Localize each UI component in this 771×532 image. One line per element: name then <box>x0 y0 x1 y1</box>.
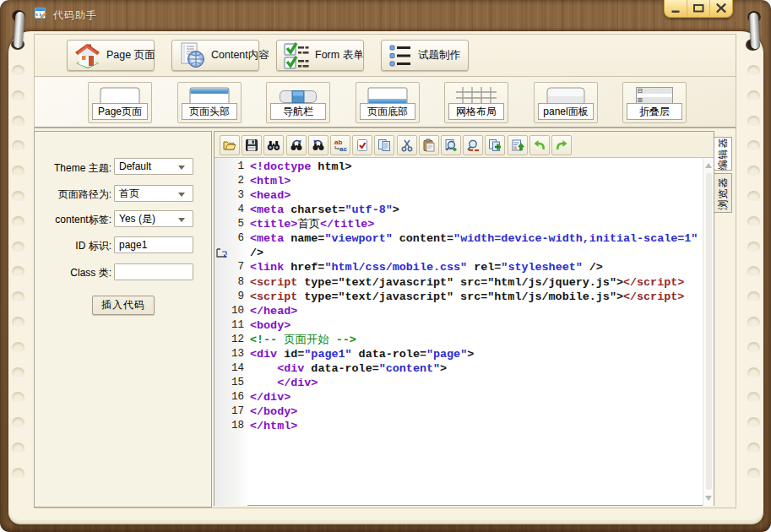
svg-text:ac: ac <box>339 145 347 152</box>
